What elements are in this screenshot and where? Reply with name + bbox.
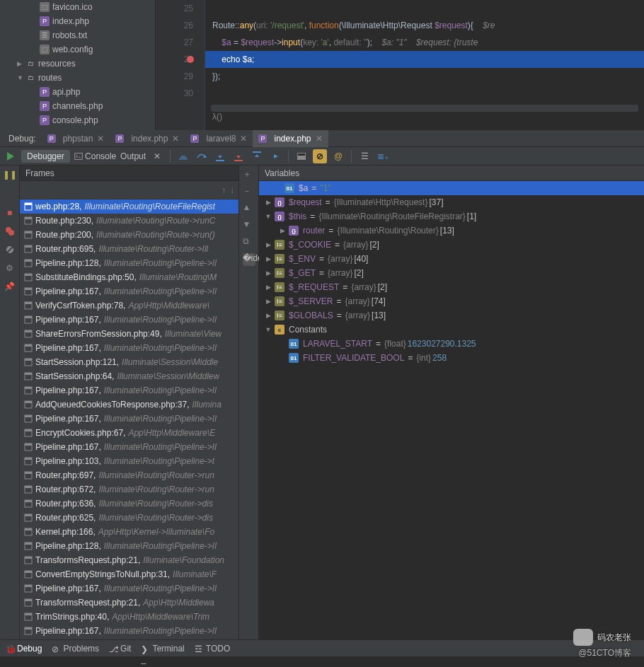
tree-file[interactable]: Pindex.php — [0, 14, 155, 28]
stop-button[interactable]: ■ — [4, 207, 16, 219]
stack-frame[interactable]: Router.php:625, Illuminate\Routing\Route… — [20, 511, 238, 525]
debug-tab[interactable]: Pindex.php✕ — [253, 130, 328, 147]
next-frame-icon[interactable]: ↓ — [230, 185, 234, 195]
expand-icon[interactable]: ▶ — [263, 241, 273, 248]
stack-frame[interactable]: Pipeline.php:167, Illuminate\Routing\Pip… — [20, 383, 238, 398]
tab-console[interactable]: Console — [74, 151, 116, 161]
add-watch-icon[interactable]: ≣₊ — [376, 149, 390, 163]
stack-frame[interactable]: Router.php:697, Illuminate\Routing\Route… — [20, 468, 238, 482]
show-execution-point-icon[interactable] — [176, 149, 190, 163]
statusbar-debug[interactable]: 🐞Debug — [6, 644, 42, 654]
evaluate-expression-icon[interactable] — [294, 149, 309, 163]
close-icon[interactable]: ✕ — [316, 134, 323, 144]
pause-button[interactable]: ❚❚ — [4, 168, 16, 181]
list-icon[interactable]: ☰ — [357, 149, 372, 163]
view-breakpoints-button[interactable] — [4, 225, 16, 238]
frames-list[interactable]: web.php:28, Illuminate\Routing\RouteFile… — [20, 199, 238, 639]
trace-icon[interactable]: ⊘ — [313, 149, 327, 163]
expand-icon[interactable]: ▶ — [263, 199, 273, 206]
statusbar-todo[interactable]: ☲TODO — [195, 644, 230, 654]
debug-tab[interactable]: Pphpstan✕ — [42, 130, 110, 147]
expand-icon[interactable]: ▼ — [263, 213, 273, 220]
tree-file[interactable]: ⬚favicon.ico — [0, 0, 155, 14]
code-editor[interactable]: 25 26 27 28 29 30 Route::any(uri: '/requ… — [156, 0, 644, 130]
remove-icon[interactable]: － — [243, 185, 255, 198]
close-icon[interactable]: ✕ — [172, 134, 179, 144]
breadcrumb[interactable]: λ() — [205, 112, 644, 124]
stack-frame[interactable]: Pipeline.php:167, Illuminate\Routing\Pip… — [20, 313, 238, 327]
horizontal-scrollbar[interactable] — [211, 105, 638, 112]
stack-frame[interactable]: Route.php:230, Illuminate\Routing\Route-… — [20, 214, 238, 228]
statusbar-git[interactable]: ⎇Git — [109, 644, 131, 654]
variable-row[interactable]: ▶⁝≡$_COOKIE = {array} [2] — [259, 238, 644, 252]
tree-folder[interactable]: ▼🗀routes — [0, 71, 155, 85]
code-area[interactable]: Route::any(uri: '/request', function(\Il… — [205, 0, 644, 130]
variable-row[interactable]: ▶⁝≡$_GET = {array} [2] — [259, 266, 644, 280]
close-icon[interactable]: ✕ — [240, 134, 247, 144]
stack-frame[interactable]: Route.php:200, Illuminate\Routing\Route-… — [20, 228, 238, 242]
debug-tab[interactable]: Plaravel8✕ — [185, 130, 253, 147]
stack-frame[interactable]: ShareErrorsFromSession.php:49, Illuminat… — [20, 327, 238, 341]
stack-frame[interactable]: StartSession.php:64, Illuminate\Session\… — [20, 369, 238, 383]
gutter[interactable]: 25 26 27 28 29 30 — [156, 0, 205, 130]
stack-frame[interactable]: Router.php:695, Illuminate\Routing\Route… — [20, 242, 238, 256]
tree-file[interactable]: ☰robots.txt — [0, 28, 155, 42]
close-icon[interactable]: ✕ — [150, 149, 164, 163]
settings-button[interactable]: ⚙ — [4, 262, 16, 274]
link-icon[interactable]: �ideia — [243, 253, 255, 266]
stack-frame[interactable]: Pipeline.php:167, Illuminate\Routing\Pip… — [20, 440, 238, 454]
variable-row[interactable]: ▶{}router = {Illuminate\Routing\Router} … — [259, 224, 644, 238]
stack-frame[interactable]: TrimStrings.php:40, App\Http\Middleware\… — [20, 610, 238, 624]
stack-frame[interactable]: Router.php:672, Illuminate\Routing\Route… — [20, 482, 238, 497]
stack-frame[interactable]: Pipeline.php:103, Illuminate\Routing\Pip… — [20, 454, 238, 468]
expand-icon[interactable]: ▶ — [263, 269, 273, 277]
stack-frame[interactable]: Pipeline.php:128, Illuminate\Routing\Pip… — [20, 539, 238, 553]
stack-frame[interactable]: Pipeline.php:167, Illuminate\Routing\Pip… — [20, 624, 238, 638]
expand-icon[interactable]: ▶ — [277, 227, 287, 234]
tree-file[interactable]: Papi.php — [0, 85, 155, 99]
variable-row[interactable]: ▶⁝≡$_ENV = {array} [40] — [259, 252, 644, 266]
debug-tab[interactable]: Pindex.php✕ — [110, 130, 185, 147]
stack-frame[interactable]: Kernel.php:166, App\Http\Kernel->Illumin… — [20, 525, 238, 539]
variable-row[interactable]: 01LARAVEL_START = {float} 1623027290.132… — [259, 337, 644, 351]
close-icon[interactable]: ✕ — [97, 134, 104, 144]
copy-icon[interactable]: ⧉ — [243, 236, 255, 249]
stack-frame[interactable]: Pipeline.php:128, Illuminate\Routing\Pip… — [20, 256, 238, 270]
variable-row[interactable]: ▶{}$request = {Illuminate\Http\Request} … — [259, 195, 644, 209]
stack-frame[interactable]: Pipeline.php:167, Illuminate\Routing\Pip… — [20, 284, 238, 298]
resume-button[interactable] — [3, 149, 17, 163]
tree-file[interactable]: Pchannels.php — [0, 99, 155, 113]
stack-frame[interactable]: AddQueuedCookiesToResponse.php:37, Illum… — [20, 398, 238, 412]
expand-icon[interactable]: ▶ — [263, 255, 273, 262]
stack-frame[interactable]: SubstituteBindings.php:50, Illuminate\Ro… — [20, 270, 238, 284]
stack-frame[interactable]: StartSession.php:121, Illuminate\Session… — [20, 355, 238, 369]
stack-frame[interactable]: TransformsRequest.php:21, Illuminate\Fou… — [20, 553, 238, 567]
variable-row[interactable]: ▶⁝≡$GLOBALS = {array} [13] — [259, 308, 644, 323]
statusbar-problems[interactable]: ⊘Problems — [52, 644, 99, 654]
expand-icon[interactable]: ▶ — [263, 312, 273, 319]
tree-file[interactable]: ⬚web.config — [0, 42, 155, 57]
variable-row[interactable]: 01$a = "1" — [259, 181, 644, 195]
step-into-icon[interactable] — [213, 149, 227, 163]
stack-frame[interactable]: Pipeline.php:167, Illuminate\Routing\Pip… — [20, 341, 238, 355]
up-icon[interactable]: ▲ — [243, 202, 255, 215]
stack-frame[interactable]: Pipeline.php:167, Illuminate\Routing\Pip… — [20, 581, 238, 596]
tab-debugger[interactable]: Debugger — [21, 150, 70, 163]
variable-row[interactable]: ▼cConstants — [259, 323, 644, 337]
down-icon[interactable]: ▼ — [243, 219, 255, 232]
expand-icon[interactable]: ▼ — [263, 326, 273, 333]
stack-frame[interactable]: Pipeline.php:167, Illuminate\Routing\Pip… — [20, 412, 238, 426]
expand-icon[interactable]: ▶ — [263, 298, 273, 305]
stack-frame[interactable]: ConvertEmptyStringsToNull.php:31, Illumi… — [20, 567, 238, 581]
stack-frame[interactable]: Router.php:636, Illuminate\Routing\Route… — [20, 497, 238, 511]
step-over-icon[interactable] — [195, 149, 209, 163]
prev-frame-icon[interactable]: ↑ — [222, 185, 226, 195]
stack-frame[interactable]: TransformsRequest.php:21, App\Http\Middl… — [20, 596, 238, 610]
variables-list[interactable]: 01$a = "1"▶{}$request = {Illuminate\Http… — [259, 181, 644, 639]
pin-button[interactable]: 📌 — [4, 280, 16, 293]
mute-breakpoints-button[interactable] — [4, 243, 16, 256]
variable-row[interactable]: ▶⁝≡$_REQUEST = {array} [2] — [259, 280, 644, 294]
statusbar-terminal[interactable]: ❯_Terminal — [141, 644, 184, 654]
stack-frame[interactable]: VerifyCsrfToken.php:78, App\Http\Middlew… — [20, 298, 238, 313]
expand-icon[interactable]: ▶ — [263, 284, 273, 291]
